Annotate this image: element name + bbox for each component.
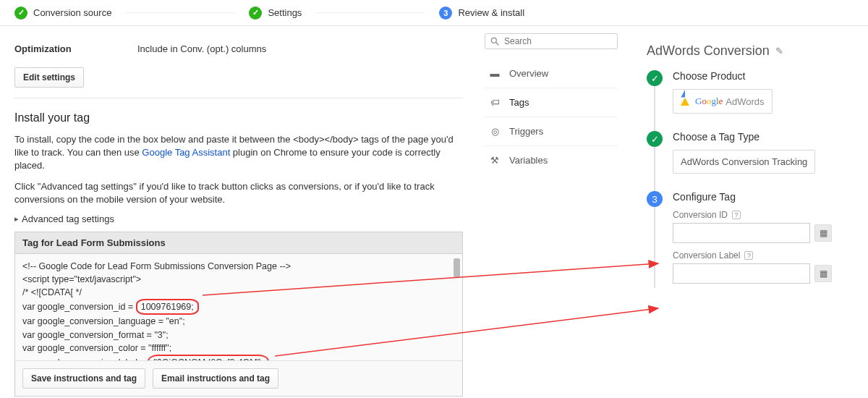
- conversion-id-highlight: 1009761969;: [136, 299, 199, 315]
- code-line: var google_conversion_label = "6QiGCNGM-…: [22, 355, 455, 361]
- tag-panel: Tag for Lead Form Submissions <!-- Googl…: [14, 232, 463, 397]
- overview-icon: ▬: [489, 69, 501, 78]
- help-icon[interactable]: ?: [744, 251, 753, 260]
- help-icon[interactable]: ?: [732, 211, 741, 219]
- step-number-icon: 3: [647, 191, 663, 207]
- edit-icon[interactable]: ✎: [775, 46, 783, 56]
- search-input[interactable]: [504, 36, 613, 46]
- check-icon: ✓: [249, 7, 262, 20]
- scrollbar-thumb[interactable]: [454, 258, 460, 277]
- conversion-id-input[interactable]: [673, 223, 810, 243]
- stepper: ✓ Conversion source ✓ Settings 3 Review …: [0, 0, 868, 26]
- search-box[interactable]: [485, 33, 618, 49]
- configure-tag-title: Configure Tag: [673, 191, 861, 203]
- nav-label: Overview: [509, 68, 548, 79]
- step-conversion-source[interactable]: ✓ Conversion source: [14, 7, 111, 20]
- code-line: var google_conversion_id = 1009761969;: [22, 299, 455, 315]
- variable-picker-button[interactable]: ▦: [814, 265, 832, 282]
- right-panel: AdWords Conversion ✎ ✓ Choose Product Go…: [625, 33, 868, 397]
- nav-overview[interactable]: ▬ Overview: [485, 59, 618, 88]
- step-label: Review & install: [458, 7, 524, 18]
- nav-variables[interactable]: ⚒ Variables: [485, 146, 618, 174]
- tag-panel-header: Tag for Lead Form Submissions: [15, 232, 462, 254]
- step-label: Conversion source: [33, 7, 111, 18]
- step-label: Settings: [268, 7, 302, 18]
- code-line: var google_conversion_format = "3";: [22, 329, 455, 342]
- choose-tag-type-title: Choose a Tag Type: [673, 131, 861, 143]
- step-number-icon: 3: [439, 7, 452, 20]
- check-icon: ✓: [14, 7, 27, 20]
- svg-line-1: [496, 43, 499, 46]
- nav-tags[interactable]: 🏷 Tags: [485, 88, 618, 117]
- variable-picker-button[interactable]: ▦: [814, 224, 832, 242]
- code-line: <script type="text/javascript">: [22, 273, 455, 286]
- choose-product-title: Choose Product: [673, 70, 861, 82]
- search-icon: [490, 36, 500, 46]
- advanced-tag-settings-toggle[interactable]: Advanced tag settings: [14, 213, 463, 224]
- code-line: /* <![CDATA[ */: [22, 286, 455, 299]
- adwords-logo-icon: [681, 98, 689, 106]
- mid-nav: ▬ Overview 🏷 Tags ◎ Triggers ⚒ Variables: [477, 33, 625, 397]
- install-paragraph-1: To install, copy the code in the box bel…: [14, 133, 463, 173]
- nav-triggers[interactable]: ◎ Triggers: [485, 117, 618, 145]
- trigger-icon: ◎: [489, 127, 501, 136]
- install-heading: Install your tag: [14, 111, 463, 124]
- edit-settings-button[interactable]: Edit settings: [14, 67, 84, 88]
- check-icon: ✓: [647, 70, 663, 86]
- code-line: var google_conversion_color = "ffffff";: [22, 342, 455, 355]
- conversion-label-input[interactable]: [673, 263, 810, 284]
- nav-label: Triggers: [509, 126, 543, 137]
- email-instructions-button[interactable]: Email instructions and tag: [153, 368, 278, 389]
- variable-icon: ⚒: [489, 156, 501, 165]
- optimization-value: Include in Conv. (opt.) columns: [137, 43, 266, 54]
- code-line: var google_conversion_language = "en";: [22, 315, 455, 328]
- divider: [14, 98, 463, 98]
- conversion-label-highlight: "6QiGCNGM-l0Qsf2-4QM";: [148, 355, 268, 361]
- step-separator: [126, 12, 234, 13]
- install-paragraph-2: Click "Advanced tag settings" if you'd l…: [14, 180, 463, 206]
- right-title: AdWords Conversion ✎: [647, 43, 861, 59]
- svg-point-0: [491, 38, 496, 43]
- check-icon: ✓: [647, 131, 663, 147]
- product-card-adwords[interactable]: Google AdWords: [673, 89, 773, 114]
- tag-type-card[interactable]: AdWords Conversion Tracking: [673, 150, 815, 174]
- left-panel: Optimization Include in Conv. (opt.) col…: [0, 33, 477, 397]
- save-instructions-button[interactable]: Save instructions and tag: [22, 368, 145, 389]
- optimization-label: Optimization: [14, 43, 137, 54]
- tag-icon: 🏷: [489, 98, 501, 107]
- conversion-id-label: Conversion ID?: [673, 210, 861, 220]
- code-box[interactable]: <!-- Google Code for Lead Form Submissio…: [15, 254, 462, 361]
- nav-label: Variables: [509, 155, 548, 166]
- step-settings[interactable]: ✓ Settings: [249, 7, 302, 20]
- tag-assistant-link[interactable]: Google Tag Assistant: [142, 147, 230, 158]
- conversion-label-label: Conversion Label?: [673, 250, 861, 261]
- nav-label: Tags: [509, 97, 529, 108]
- step-separator: [316, 12, 425, 13]
- step-review-install[interactable]: 3 Review & install: [439, 7, 524, 20]
- code-line: <!-- Google Code for Lead Form Submissio…: [22, 260, 455, 273]
